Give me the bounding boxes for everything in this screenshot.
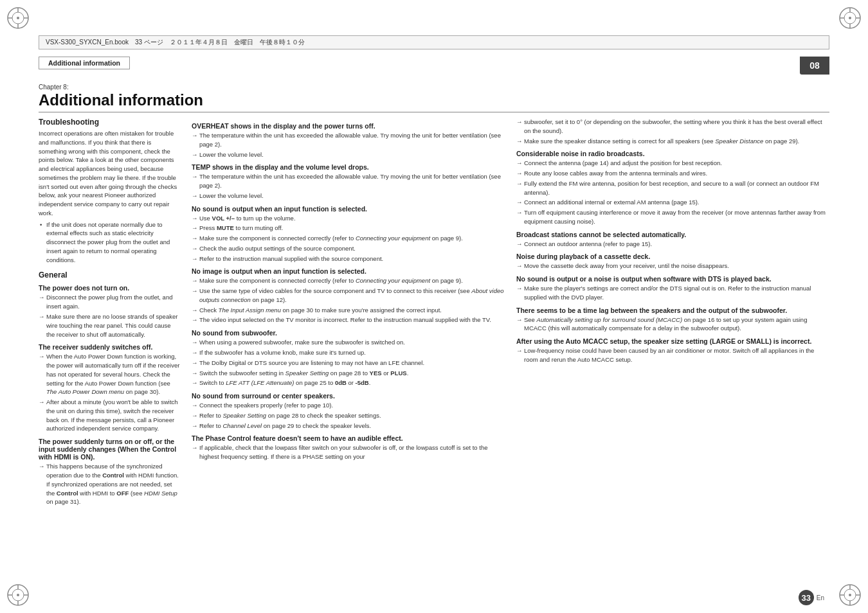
noise-cassette-arrow-1: Move the cassette deck away from your re… bbox=[516, 262, 829, 271]
considerable-noise-arrow-3: Fully extend the FM wire antenna, positi… bbox=[516, 179, 829, 197]
considerable-noise-arrow-4: Connect an additional internal or extern… bbox=[516, 198, 829, 207]
divider-line bbox=[39, 112, 829, 112]
file-info: VSX-S300_SYXCN_En.book 33 ページ ２０１１年４月８日 … bbox=[46, 38, 305, 47]
broadcast-stations-title: Broadcast stations cannot be selected au… bbox=[516, 231, 829, 238]
svg-point-16 bbox=[17, 594, 19, 596]
no-image-arrow-2: Use the same type of video cables for th… bbox=[192, 287, 505, 305]
no-sound-surround-arrow-1: Connect the speakers properly (refer to … bbox=[192, 401, 505, 410]
temp-title: TEMP shows in the display and the volume… bbox=[192, 163, 505, 171]
phase-control-title: The Phase Control feature doesn't seem t… bbox=[192, 434, 505, 442]
receiver-switches-arrow-1: When the Auto Power Down function is wor… bbox=[39, 352, 180, 396]
page-number-circle: 33 bbox=[799, 590, 814, 605]
phase-cont-arrow-2: Make sure the speaker distance setting i… bbox=[516, 137, 829, 146]
no-sound-sub-title: No sound from subwoofer. bbox=[192, 329, 505, 337]
no-sound-input-arrow-1: Use VOL +/– to turn up the volume. bbox=[192, 214, 505, 223]
mcacc-size-title: After using the Auto MCACC setup, the sp… bbox=[516, 337, 829, 345]
power-not-turn-on-title: The power does not turn on. bbox=[39, 284, 180, 292]
corner-decoration-tr bbox=[837, 5, 863, 31]
no-sound-sub-arrow-5: Switch to LFE ATT (LFE Attenuate) on pag… bbox=[192, 378, 505, 387]
overheat-arrow-1: The temperature within the unit has exce… bbox=[192, 131, 505, 149]
noise-cassette-title: Noise during playback of a cassette deck… bbox=[516, 253, 829, 260]
troubleshooting-title: Troubleshooting bbox=[39, 118, 180, 127]
phase-control-arrow-1: If applicable, check that the lowpass fi… bbox=[192, 443, 505, 461]
time-lag-arrow-1: See Automatically setting up for surroun… bbox=[516, 315, 829, 333]
power-not-arrow-2: Make sure there are no loose strands of … bbox=[39, 312, 180, 339]
no-image-arrow-4: The video input selected on the TV monit… bbox=[192, 315, 505, 324]
overheat-title: OVERHEAT shows in the display and the po… bbox=[192, 122, 505, 130]
considerable-noise-title: Considerable noise in radio broadcasts. bbox=[516, 150, 829, 157]
no-sound-input-arrow-4: Check the audio output settings of the s… bbox=[192, 244, 505, 253]
broadcast-stations-arrow-1: Connect an outdoor antenna (refer to pag… bbox=[516, 240, 829, 249]
right-column: subwoofer, set it to 0° (or depending on… bbox=[516, 118, 829, 508]
considerable-noise-arrow-1: Connect the antenna (page 14) and adjust… bbox=[516, 159, 829, 168]
chapter-title: Additional information bbox=[39, 91, 829, 109]
troubleshooting-bullet1: If the unit does not operate normally du… bbox=[39, 220, 180, 265]
receiver-switches-title: The receiver suddenly switches off. bbox=[39, 343, 180, 351]
receiver-switches-arrow-2: After about a minute (you won't be able … bbox=[39, 398, 180, 433]
page-number-area: 33 En bbox=[799, 590, 824, 605]
chapter-label: Chapter 8: bbox=[39, 84, 829, 91]
no-sound-input-title: No sound is output when an input functio… bbox=[192, 205, 505, 213]
general-section: General The power does not turn on. Disc… bbox=[39, 271, 180, 506]
three-column-layout: Troubleshooting Incorrect operations are… bbox=[39, 118, 829, 508]
corner-decoration-br bbox=[837, 582, 863, 608]
chapter-tab: 08 bbox=[800, 57, 829, 75]
page-number-en: En bbox=[817, 594, 824, 601]
considerable-noise-arrow-2: Route any loose cables away from the ant… bbox=[516, 169, 829, 178]
considerable-noise-arrow-5: Turn off equipment causing interference … bbox=[516, 208, 829, 226]
no-sound-input-arrow-5: Refer to the instruction manual supplied… bbox=[192, 254, 505, 263]
no-sound-sub-arrow-1: When using a powered subwoofer, make sur… bbox=[192, 338, 505, 347]
power-suddenly-title: The power suddenly turns on or off, or t… bbox=[39, 438, 180, 461]
mcacc-size-arrow-1: Low-frequency noise could have been caus… bbox=[516, 346, 829, 364]
corner-decoration-bl bbox=[5, 582, 31, 608]
time-lag-title: There seems to be a time lag between the… bbox=[516, 306, 829, 314]
no-sound-dts-title: No sound is output or a noise is output … bbox=[516, 275, 829, 283]
no-sound-input-arrow-2: Press MUTE to turn muting off. bbox=[192, 224, 505, 233]
svg-point-23 bbox=[849, 594, 851, 596]
troubleshooting-intro: Incorrect operations are often mistaken … bbox=[39, 129, 180, 218]
middle-column: OVERHEAT shows in the display and the po… bbox=[192, 118, 505, 508]
power-suddenly-arrow-1: This happens because of the synchronized… bbox=[39, 462, 180, 506]
temp-arrow-1: The temperature within the unit has exce… bbox=[192, 172, 505, 190]
corner-decoration-tl bbox=[5, 5, 31, 31]
svg-point-9 bbox=[849, 17, 851, 19]
no-sound-sub-arrow-4: Switch the subwoofer setting in Speaker … bbox=[192, 369, 505, 378]
no-image-input-title: No image is output when an input functio… bbox=[192, 267, 505, 275]
no-sound-surround-arrow-3: Refer to Channel Level on page 29 to che… bbox=[192, 422, 505, 431]
overheat-arrow-2: Lower the volume level. bbox=[192, 150, 505, 159]
general-title: General bbox=[39, 271, 180, 280]
no-sound-dts-arrow-1: Make sure the player's settings are corr… bbox=[516, 284, 829, 302]
no-image-arrow-1: Make sure the component is connected cor… bbox=[192, 276, 505, 285]
no-sound-input-arrow-3: Make sure the component is connected cor… bbox=[192, 234, 505, 243]
page-content: Chapter 8: Additional information Troubl… bbox=[39, 78, 829, 594]
section-label-box: Additional information bbox=[39, 57, 130, 69]
no-sound-sub-arrow-3: The Dolby Digital or DTS source you are … bbox=[192, 359, 505, 368]
no-image-arrow-3: Check The Input Assign menu on page 30 t… bbox=[192, 306, 505, 315]
svg-point-2 bbox=[17, 17, 19, 19]
phase-cont-arrow-1: subwoofer, set it to 0° (or depending on… bbox=[516, 118, 829, 136]
power-not-arrow-1: Disconnect the power plug from the outle… bbox=[39, 293, 180, 311]
temp-arrow-2: Lower the volume level. bbox=[192, 191, 505, 200]
left-column: Troubleshooting Incorrect operations are… bbox=[39, 118, 180, 508]
no-sound-sub-arrow-2: If the subwoofer has a volume knob, make… bbox=[192, 348, 505, 357]
header-bar: VSX-S300_SYXCN_En.book 33 ページ ２０１１年４月８日 … bbox=[39, 35, 829, 49]
no-sound-surround-arrow-2: Refer to Speaker Setting on page 28 to c… bbox=[192, 411, 505, 420]
no-sound-surround-title: No sound from surround or center speaker… bbox=[192, 392, 505, 400]
